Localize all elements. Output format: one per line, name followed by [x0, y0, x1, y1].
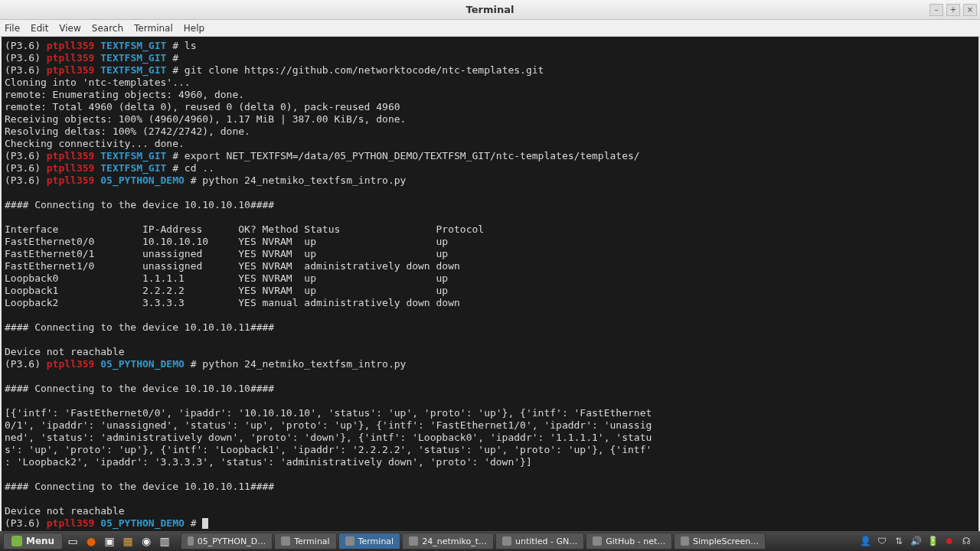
- command: export NET_TEXTFSM=/data/05_PYTHON_DEMO/…: [185, 150, 640, 161]
- prompt-path: TEXTFSM_GIT: [100, 40, 166, 51]
- folder-icon: [188, 536, 194, 546]
- window-title: Terminal: [466, 4, 514, 15]
- output-line: Device not reachable: [5, 346, 125, 357]
- menu-view[interactable]: View: [59, 23, 80, 34]
- tray-sync-icon[interactable]: ☊: [960, 535, 972, 547]
- menu-terminal[interactable]: Terminal: [134, 23, 173, 34]
- prompt-venv: (P3.6): [5, 40, 41, 51]
- window-controls: – + ×: [929, 4, 977, 16]
- taskbar: Menu ▭ ● ▣ ▦ ◉ ▥ 05_PYTHON_D… Terminal T…: [0, 531, 980, 551]
- launcher-firefox-icon[interactable]: ●: [83, 533, 100, 549]
- menu-help[interactable]: Help: [184, 23, 204, 34]
- taskbar-item[interactable]: 05_PYTHON_D…: [181, 533, 273, 549]
- tray-user-icon[interactable]: 👤: [859, 535, 871, 547]
- recorder-icon: [681, 536, 689, 546]
- output-line: #### Connecting to the device 10.10.10.1…: [5, 481, 274, 492]
- python-icon: [409, 536, 418, 546]
- start-menu-button[interactable]: Menu: [3, 533, 63, 549]
- command: git clone https://github.com/networktoco…: [185, 64, 544, 76]
- command: ls: [185, 40, 197, 51]
- table-header: Interface IP-Address OK? Method Status P…: [5, 223, 484, 235]
- system-tray: 👤 🛡 ⇅ 🔊 🔋 ⏺ ☊: [859, 535, 977, 547]
- launcher-app-icon[interactable]: ▥: [156, 533, 173, 549]
- terminal-output[interactable]: (P3.6) ptpll359 TEXTFSM_GIT # ls (P3.6) …: [2, 37, 978, 531]
- command: cd ..: [185, 162, 214, 174]
- menu-file[interactable]: File: [5, 23, 20, 34]
- menubar: File Edit View Search Terminal Help: [0, 20, 980, 37]
- mint-icon: [11, 536, 22, 546]
- output-line: ned', 'status': 'administratively down',…: [5, 432, 652, 443]
- taskbar-item[interactable]: GitHub - net…: [586, 533, 672, 549]
- terminal-icon: [281, 536, 290, 546]
- close-button[interactable]: ×: [963, 4, 977, 16]
- launcher-files-icon[interactable]: ▦: [119, 533, 136, 549]
- output-line: remote: Total 4960 (delta 0), reused 0 (…: [5, 101, 400, 112]
- output-line: s': 'up', 'proto': 'up'}, {'intf': 'Loop…: [5, 444, 652, 455]
- output-line: Cloning into 'ntc-templates'...: [5, 77, 191, 88]
- command: python 24_netmiko_textfsm_intro.py: [202, 358, 406, 370]
- taskbar-item[interactable]: 24_netmiko_t…: [402, 533, 494, 549]
- output-line: : 'Loopback2', 'ipaddr': '3.3.3.3', 'sta…: [5, 456, 532, 468]
- tray-record-icon[interactable]: ⏺: [943, 535, 956, 547]
- table-row: FastEthernet0/0 10.10.10.10 YES NVRAM up…: [5, 236, 448, 247]
- output-line: Checking connectivity... done.: [5, 138, 185, 149]
- tray-shield-icon[interactable]: 🛡: [876, 535, 888, 547]
- table-row: FastEthernet0/1 unassigned YES NVRAM up …: [5, 248, 448, 259]
- window-titlebar: Terminal – + ×: [0, 0, 980, 20]
- taskbar-item[interactable]: SimpleScreen…: [674, 533, 766, 549]
- menu-label: Menu: [26, 536, 54, 546]
- table-row: Loopback1 2.2.2.2 YES NVRAM up up: [5, 285, 448, 296]
- table-row: FastEthernet1/0 unassigned YES NVRAM adm…: [5, 260, 460, 272]
- output-line: Resolving deltas: 100% (2742/2742), done…: [5, 126, 250, 137]
- output-line: #### Connecting to the device 10.10.10.1…: [5, 383, 274, 394]
- menu-search[interactable]: Search: [92, 23, 123, 34]
- menu-edit[interactable]: Edit: [31, 23, 48, 34]
- prompt-host: ptpll359: [47, 40, 95, 51]
- launcher-chrome-icon[interactable]: ◉: [138, 533, 155, 549]
- taskbar-item-active[interactable]: Terminal: [338, 533, 401, 549]
- taskbar-item[interactable]: Terminal: [274, 533, 337, 549]
- output-line: Receiving objects: 100% (4960/4960), 1.1…: [5, 113, 406, 125]
- launcher-terminal-icon[interactable]: ▣: [101, 533, 118, 549]
- output-line: #### Connecting to the device 10.10.10.1…: [5, 321, 274, 333]
- maximize-button[interactable]: +: [946, 4, 960, 16]
- command: python 24_netmiko_textfsm_intro.py: [202, 174, 406, 186]
- terminal-icon: [345, 536, 354, 546]
- gns-icon: [502, 536, 511, 546]
- minimize-button[interactable]: –: [929, 4, 943, 16]
- output-line: #### Connecting to the device 10.10.10.1…: [5, 199, 274, 210]
- taskbar-item[interactable]: untitled - GN…: [495, 533, 584, 549]
- output-line: Device not reachable: [5, 505, 125, 517]
- table-row: Loopback0 1.1.1.1 YES NVRAM up up: [5, 272, 448, 284]
- output-line: remote: Enumerating objects: 4960, done.: [5, 89, 244, 100]
- show-desktop-icon[interactable]: ▭: [64, 533, 81, 549]
- output-line: [{'intf': 'FastEthernet0/0', 'ipaddr': '…: [5, 407, 652, 419]
- table-row: Loopback2 3.3.3.3 YES manual administrat…: [5, 297, 460, 308]
- output-line: 0/1', 'ipaddr': 'unassigned', 'status': …: [5, 419, 652, 431]
- chrome-icon: [593, 536, 602, 546]
- tray-battery-icon[interactable]: 🔋: [926, 535, 939, 547]
- tray-network-icon[interactable]: ⇅: [893, 535, 905, 547]
- terminal-cursor: [202, 518, 208, 529]
- tray-volume-icon[interactable]: 🔊: [910, 535, 922, 547]
